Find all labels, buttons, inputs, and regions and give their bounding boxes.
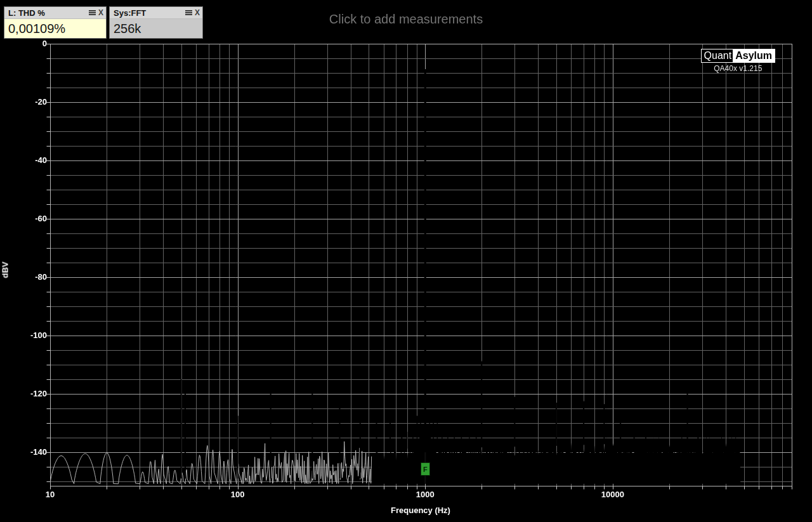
qa40x-app-window: L: THD % X 0,00109% Sys:FFT X 256k Click… — [0, 0, 812, 522]
app-version: QA40x v1.215 — [701, 64, 775, 73]
x-tick-label: 1000 — [416, 490, 435, 499]
measurement-tile-thd[interactable]: L: THD % X 0,00109% — [4, 6, 107, 39]
quantasylum-logo: QuantAsylum — [701, 49, 775, 63]
tile-title: Sys:FFT — [114, 8, 185, 18]
x-axis-title: Frequency (Hz) — [391, 506, 450, 515]
y-tick-label: -140 — [18, 447, 47, 457]
thd-value: 0,00109% — [4, 19, 106, 38]
menu-icon[interactable] — [89, 10, 96, 15]
menu-icon[interactable] — [185, 10, 192, 15]
add-measurements-hint[interactable]: Click to add measurements — [329, 12, 483, 27]
y-axis-title: dBV — [1, 258, 10, 283]
x-tick-label: 100 — [231, 490, 245, 499]
branding-block: QuantAsylum QA40x v1.215 — [701, 49, 775, 73]
y-tick-label: -80 — [18, 272, 47, 282]
tile-header: L: THD % X — [4, 7, 106, 19]
y-tick-label: -40 — [18, 155, 47, 165]
tile-header: Sys:FFT X — [110, 7, 202, 19]
tile-title: L: THD % — [8, 8, 89, 18]
close-icon[interactable]: X — [98, 9, 103, 16]
y-tick-label: -20 — [18, 97, 47, 107]
fundamental-marker[interactable]: F — [421, 462, 430, 476]
logo-quant: Quant — [701, 49, 734, 63]
logo-asylum: Asylum — [733, 49, 775, 63]
x-tick-label: 10 — [46, 490, 55, 499]
y-tick-label: -100 — [18, 330, 47, 340]
fft-size-value: 256k — [110, 19, 202, 38]
close-icon[interactable]: X — [195, 9, 200, 16]
spectrum-plot[interactable] — [0, 0, 812, 522]
y-tick-label: 0 — [18, 39, 47, 48]
y-tick-label: -120 — [18, 389, 47, 398]
y-tick-label: -60 — [18, 214, 47, 223]
measurement-tile-fft[interactable]: Sys:FFT X 256k — [109, 6, 203, 39]
x-tick-label: 10000 — [601, 490, 624, 499]
